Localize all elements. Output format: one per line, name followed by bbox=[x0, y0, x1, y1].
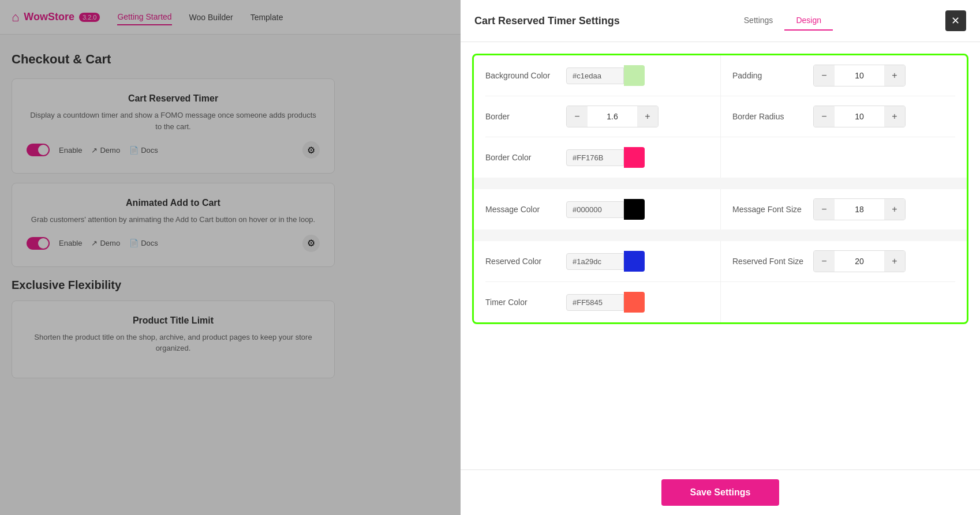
message-font-size-increment-button[interactable]: + bbox=[884, 199, 905, 220]
reserved-font-size-label: Reserved Font Size bbox=[732, 257, 813, 266]
timer-color-swatch[interactable] bbox=[624, 292, 645, 313]
message-font-size-label: Message Font Size bbox=[732, 205, 813, 214]
border-color-empty-col bbox=[720, 137, 967, 178]
border-color-swatch[interactable] bbox=[624, 147, 645, 168]
timer-color-input[interactable] bbox=[566, 294, 624, 311]
row-timer-color: Timer Color bbox=[474, 282, 967, 322]
border-color-label: Border Color bbox=[485, 153, 566, 162]
row-border-color: Border Color bbox=[474, 137, 967, 178]
message-font-size-stepper: − 18 + bbox=[813, 198, 906, 220]
timer-color-field: Timer Color bbox=[474, 282, 720, 322]
reserved-color-label: Reserved Color bbox=[485, 257, 566, 266]
message-font-size-value: 18 bbox=[835, 201, 884, 217]
row-bg-padding: Background Color Padding − 10 + bbox=[474, 55, 967, 96]
border-label: Border bbox=[485, 112, 566, 121]
padding-field: Padding − 10 + bbox=[720, 55, 967, 96]
modal-header: Cart Reserved Timer Settings Settings De… bbox=[461, 0, 980, 42]
reserved-font-size-increment-button[interactable]: + bbox=[884, 251, 905, 272]
timer-color-label: Timer Color bbox=[485, 298, 566, 307]
modal-close-button[interactable]: ✕ bbox=[945, 10, 966, 31]
row-message: Message Color Message Font Size − 18 + bbox=[474, 189, 967, 230]
tab-design[interactable]: Design bbox=[784, 11, 833, 31]
message-color-label: Message Color bbox=[485, 205, 566, 214]
border-increment-button[interactable]: + bbox=[637, 106, 658, 127]
border-color-input[interactable] bbox=[566, 149, 624, 166]
section-divider-gray-2 bbox=[474, 230, 967, 241]
border-field: Border − 1.6 + bbox=[474, 96, 720, 137]
border-value: 1.6 bbox=[588, 108, 637, 125]
background-color-input[interactable] bbox=[566, 67, 624, 84]
border-color-field: Border Color bbox=[474, 137, 720, 178]
reserved-color-swatch[interactable] bbox=[624, 251, 645, 272]
reserved-font-size-stepper: − 20 + bbox=[813, 250, 906, 272]
border-color-input-group bbox=[566, 147, 709, 168]
border-radius-stepper: − 10 + bbox=[813, 106, 906, 127]
padding-stepper: − 10 + bbox=[813, 65, 906, 87]
border-radius-increment-button[interactable]: + bbox=[884, 106, 905, 127]
message-font-size-field: Message Font Size − 18 + bbox=[720, 189, 967, 230]
padding-label: Padding bbox=[732, 71, 813, 80]
reserved-color-input-group bbox=[566, 251, 709, 272]
border-radius-decrement-button[interactable]: − bbox=[814, 106, 835, 127]
border-radius-value: 10 bbox=[835, 108, 884, 125]
reserved-font-size-value: 20 bbox=[835, 253, 884, 269]
padding-decrement-button[interactable]: − bbox=[814, 65, 835, 86]
background-color-label: Background Color bbox=[485, 71, 566, 80]
background-color-swatch[interactable] bbox=[624, 65, 645, 86]
timer-color-empty-col bbox=[720, 282, 967, 322]
background-color-input-group bbox=[566, 65, 709, 86]
message-color-field: Message Color bbox=[474, 189, 720, 230]
message-font-size-decrement-button[interactable]: − bbox=[814, 199, 835, 220]
border-stepper: − 1.6 + bbox=[566, 106, 659, 127]
modal-body: Background Color Padding − 10 + bbox=[461, 42, 980, 469]
cart-timer-settings-modal: Cart Reserved Timer Settings Settings De… bbox=[461, 0, 980, 515]
reserved-font-size-decrement-button[interactable]: − bbox=[814, 251, 835, 272]
save-settings-button[interactable]: Save Settings bbox=[661, 479, 780, 506]
modal-title: Cart Reserved Timer Settings bbox=[474, 15, 620, 27]
timer-color-input-group bbox=[566, 292, 709, 313]
border-radius-label: Border Radius bbox=[732, 112, 813, 121]
message-color-input-group bbox=[566, 199, 709, 220]
message-color-input[interactable] bbox=[566, 201, 624, 218]
row-border: Border − 1.6 + Border Radius − 10 + bbox=[474, 96, 967, 137]
message-color-swatch[interactable] bbox=[624, 199, 645, 220]
border-decrement-button[interactable]: − bbox=[567, 106, 588, 127]
tab-settings[interactable]: Settings bbox=[732, 11, 785, 31]
row-reserved: Reserved Color Reserved Font Size − 20 + bbox=[474, 241, 967, 281]
padding-value: 10 bbox=[835, 67, 884, 84]
modal-footer: Save Settings bbox=[461, 469, 980, 515]
background-color-field: Background Color bbox=[474, 55, 720, 96]
reserved-color-field: Reserved Color bbox=[474, 241, 720, 281]
section-divider-gray-1 bbox=[474, 178, 967, 189]
reserved-color-input[interactable] bbox=[566, 253, 624, 270]
border-radius-field: Border Radius − 10 + bbox=[720, 96, 967, 137]
modal-tabs: Settings Design bbox=[732, 11, 833, 31]
design-container: Background Color Padding − 10 + bbox=[472, 54, 968, 324]
padding-increment-button[interactable]: + bbox=[884, 65, 905, 86]
reserved-font-size-field: Reserved Font Size − 20 + bbox=[720, 241, 967, 281]
